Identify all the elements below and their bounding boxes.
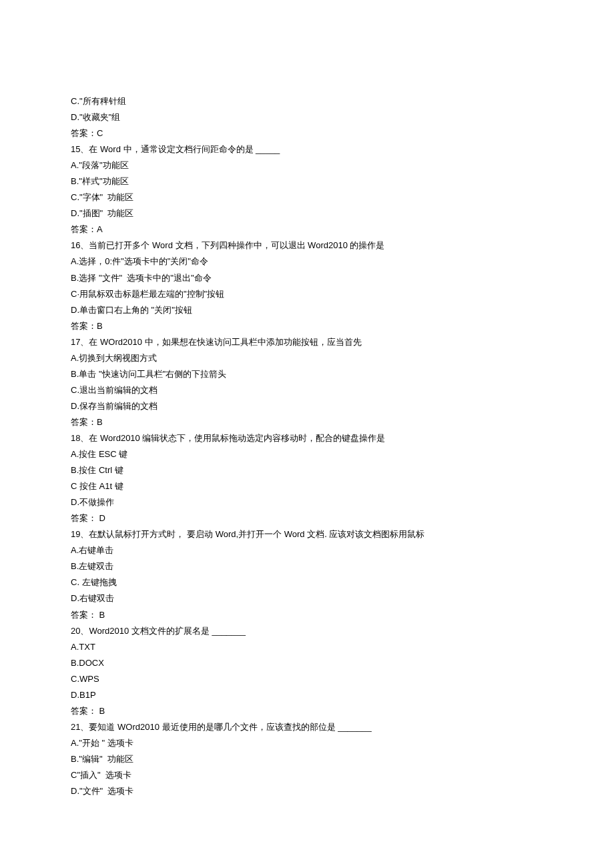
answer-line: 答案：B: [71, 318, 543, 334]
question-line: 16、当前已打开多个 Word 文档，下列四种操作中，可以退出 Word2010…: [71, 238, 543, 254]
document-page: C."所有稗针组 D."收藏夹"组 答案：C 15、在 Word 中，通常设定文…: [0, 0, 614, 868]
question-line: 21、要知道 WOrd2010 最近使用的是哪几个文件，应该查找的部位是 ___…: [71, 719, 543, 735]
option-line: D."文件" 选项卡: [71, 783, 543, 799]
option-line: D.单击窗口右上角的 "关闭"按钮: [71, 302, 543, 318]
option-line: A.切换到大纲视图方式: [71, 350, 543, 366]
option-line: C 按住 A1t 键: [71, 478, 543, 494]
question-line: 20、Word2010 文档文件的扩展名是 _______: [71, 623, 543, 639]
question-line: 18、在 Word2010 编辑状态下，使用鼠标拖动选定内容移动时，配合的键盘操…: [71, 430, 543, 446]
option-line: D."插图" 功能区: [71, 205, 543, 222]
answer-line: 答案：B: [71, 414, 543, 430]
option-line: B.选择 "文件" 选项卡中的"退出"命令: [71, 270, 543, 286]
question-line: 17、在 WOrd2010 中，如果想在快速访问工具栏中添加功能按钮，应当首先: [71, 334, 543, 350]
option-line: D.右键双击: [71, 590, 543, 606]
option-line: D.保存当前编辑的文档: [71, 398, 543, 414]
option-line: A.选择，0:件"选项卡中的"关闭"命令: [71, 254, 543, 270]
option-line: D.不做操作: [71, 494, 543, 510]
option-line: A.TXT: [71, 639, 543, 655]
question-line: 19、在默认鼠标打开方式时， 要启动 Word,并打开一个 Word 文档. 应…: [71, 526, 543, 542]
option-line: A.右键单击: [71, 542, 543, 558]
option-line: B.按住 Ctrl 键: [71, 462, 543, 478]
answer-line: 答案：A: [71, 222, 543, 238]
option-line: C. 左键拖拽: [71, 574, 543, 590]
option-line: D.B1P: [71, 687, 543, 703]
text-line: C."所有稗针组: [71, 93, 543, 109]
text-line: D."收藏夹"组: [71, 109, 543, 125]
option-line: B."样式"功能区: [71, 173, 543, 189]
question-line: 15、在 Word 中，通常设定文档行间距命令的是 _____: [71, 141, 543, 157]
answer-line: 答案： D: [71, 510, 543, 526]
option-line: B.单击 "快速访问工具栏"右侧的下拉箭头: [71, 366, 543, 382]
option-line: B.DOCX: [71, 655, 543, 671]
option-line: A."开始 " 选项卡: [71, 735, 543, 751]
answer-line: 答案：C: [71, 125, 543, 141]
option-line: B."编辑" 功能区: [71, 751, 543, 767]
option-line: A.按住 ESC 键: [71, 446, 543, 462]
option-line: A."段落"功能区: [71, 157, 543, 173]
option-line: C."字体" 功能区: [71, 189, 543, 205]
option-line: C·用鼠标双击标题栏最左端的"控制"按钮: [71, 286, 543, 302]
option-line: C.退出当前编辑的文档: [71, 382, 543, 398]
option-line: C"插入" 选项卡: [71, 767, 543, 783]
option-line: C.WPS: [71, 671, 543, 687]
answer-line: 答案： B: [71, 703, 543, 719]
answer-line: 答案： B: [71, 607, 543, 623]
option-line: B.左键双击: [71, 558, 543, 574]
